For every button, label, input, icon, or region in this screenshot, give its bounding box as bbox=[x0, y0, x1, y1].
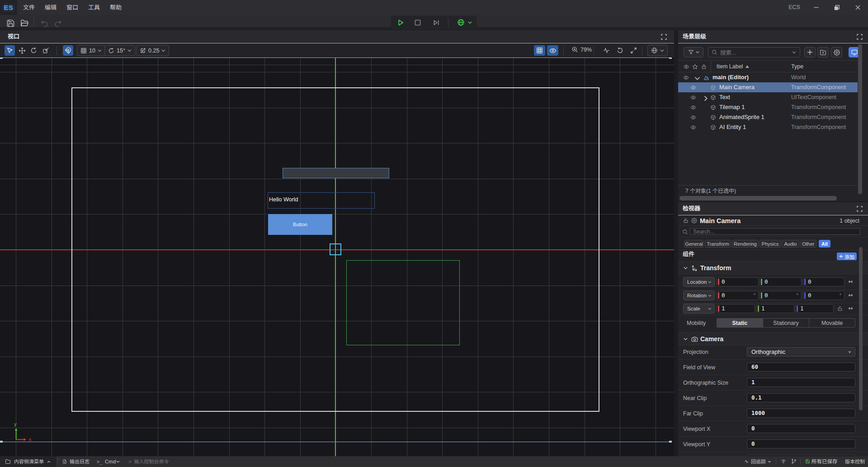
select-tool-button[interactable] bbox=[5, 45, 15, 56]
stop-button[interactable] bbox=[415, 19, 421, 26]
text-object[interactable]: Hello World bbox=[268, 192, 375, 209]
rotation-z-field[interactable]: 0° bbox=[803, 291, 844, 300]
tab-rendering[interactable]: Rendering bbox=[732, 240, 759, 248]
viewport-x-field[interactable]: 0 bbox=[747, 424, 855, 433]
rotation-x-field[interactable]: 0° bbox=[717, 291, 759, 300]
transform-tool-button[interactable] bbox=[41, 45, 51, 56]
sprite-object[interactable] bbox=[283, 168, 389, 178]
fov-field[interactable]: 60 bbox=[747, 362, 855, 372]
components-header-row: 组件 添加 bbox=[678, 248, 868, 260]
redo-button[interactable] bbox=[54, 19, 62, 27]
visibility-button[interactable] bbox=[547, 45, 558, 56]
hierarchy-row-tilemap[interactable]: Tilemap 1 TransformComponent bbox=[678, 102, 858, 112]
trace-button[interactable]: 回追踪 bbox=[751, 456, 766, 467]
rotate-snap-dropdown[interactable]: 15° bbox=[104, 45, 135, 56]
menu-edit[interactable]: 编辑 bbox=[40, 0, 61, 15]
ortho-size-field[interactable]: 1 bbox=[747, 378, 855, 387]
snap-toggle-button[interactable] bbox=[63, 45, 73, 56]
output-log-button[interactable]: 输出日志 bbox=[70, 456, 90, 467]
mobility-static[interactable]: Static bbox=[717, 319, 763, 327]
reset-view-button[interactable] bbox=[615, 45, 625, 56]
mobility-movable[interactable]: Movable bbox=[809, 319, 855, 327]
hierarchy-vscrollbar[interactable] bbox=[858, 44, 862, 194]
tab-other[interactable]: Other bbox=[800, 240, 816, 248]
selection-handle[interactable] bbox=[330, 243, 341, 255]
console-input[interactable]: >输入控制台命令 bbox=[128, 456, 169, 467]
column-item-label[interactable]: Item Label bbox=[717, 61, 749, 72]
stop-icon bbox=[415, 19, 421, 26]
scale-snap-dropdown[interactable]: 0.25 bbox=[136, 45, 169, 56]
show-grid-button[interactable] bbox=[534, 45, 545, 56]
scale-z-field[interactable]: 1 bbox=[795, 304, 834, 313]
launch-mode-dropdown[interactable] bbox=[457, 19, 472, 26]
rotation-y-field[interactable]: 0° bbox=[760, 291, 802, 300]
minimize-button[interactable] bbox=[809, 0, 823, 15]
button-object[interactable]: Button bbox=[268, 214, 332, 235]
near-clip-field[interactable]: 0.1 bbox=[747, 393, 855, 402]
location-z-field[interactable]: 0 bbox=[803, 277, 844, 286]
filter-button[interactable] bbox=[684, 47, 703, 57]
play-button[interactable] bbox=[396, 19, 405, 27]
zoom-control[interactable]: 79% bbox=[571, 46, 592, 53]
transform-section-header[interactable]: Transform bbox=[678, 261, 868, 274]
expand-viewport-icon[interactable] bbox=[661, 34, 667, 40]
location-x-field[interactable]: 0 bbox=[717, 277, 759, 286]
hierarchy-row-ai-entity[interactable]: AI Entity 1 TransformComponent bbox=[678, 122, 858, 132]
close-button[interactable] bbox=[851, 0, 864, 15]
far-clip-field[interactable]: 1000 bbox=[747, 409, 855, 418]
axis-y-accent bbox=[761, 279, 762, 285]
menu-tools[interactable]: 工具 bbox=[83, 0, 105, 15]
location-y-field[interactable]: 0 bbox=[760, 277, 802, 286]
projection-select[interactable]: Orthographic bbox=[747, 347, 855, 357]
undo-button[interactable] bbox=[40, 19, 48, 27]
tab-physics[interactable]: Physics bbox=[760, 240, 781, 248]
scale-x-field[interactable]: 1 bbox=[717, 304, 755, 313]
tab-audio[interactable]: Audio bbox=[782, 240, 799, 248]
version-control-button[interactable]: 版本控制 bbox=[845, 456, 865, 467]
rotate-tool-button[interactable] bbox=[28, 45, 39, 56]
add-component-button[interactable]: 添加 bbox=[837, 253, 857, 260]
step-button[interactable] bbox=[433, 19, 440, 26]
fullscreen-button[interactable] bbox=[628, 45, 639, 56]
tab-transform[interactable]: Transform bbox=[705, 240, 731, 248]
menu-file[interactable]: 文件 bbox=[18, 0, 40, 15]
hierarchy-row-animatedsprite[interactable]: AnimatedSprite 1 TransformComponent bbox=[678, 112, 858, 122]
add-entity-button[interactable] bbox=[804, 47, 816, 57]
hierarchy-row-main[interactable]: main (Editor) World bbox=[678, 72, 858, 82]
menu-window[interactable]: 窗口 bbox=[61, 0, 83, 15]
grid-snap-dropdown[interactable]: 10 bbox=[77, 45, 105, 56]
move-tool-button[interactable] bbox=[17, 45, 27, 56]
camera-bounds-handle[interactable] bbox=[0, 57, 3, 59]
inspector-search-input[interactable]: Search... bbox=[690, 228, 860, 235]
rotation-dropdown[interactable]: Rotation bbox=[683, 291, 715, 300]
mobility-stationary[interactable]: Stationary bbox=[763, 319, 809, 327]
tab-all[interactable]: All bbox=[819, 240, 830, 248]
hierarchy-search-input[interactable]: 搜索... bbox=[708, 47, 800, 57]
camera-bounds-handle[interactable] bbox=[669, 57, 672, 59]
stats-button[interactable] bbox=[601, 45, 612, 56]
camera-section-header[interactable]: Camera bbox=[678, 332, 868, 345]
hierarchy-settings-button[interactable] bbox=[831, 47, 842, 57]
expand-inspector-icon[interactable] bbox=[857, 206, 863, 212]
hierarchy-row-main-camera[interactable]: Main Camera TransformComponent bbox=[678, 82, 858, 92]
save-button[interactable] bbox=[6, 19, 14, 27]
rotate-icon bbox=[30, 47, 37, 54]
world-dropdown[interactable] bbox=[647, 45, 668, 56]
camera-bounds-handle[interactable] bbox=[669, 441, 672, 443]
maximize-button[interactable] bbox=[830, 0, 844, 15]
open-button[interactable] bbox=[20, 19, 28, 27]
expand-hierarchy-icon[interactable] bbox=[857, 34, 863, 40]
column-type[interactable]: Type bbox=[791, 61, 803, 72]
tab-general[interactable]: General bbox=[684, 240, 704, 248]
cmd-dropdown[interactable]: Cmd bbox=[105, 456, 116, 467]
location-dropdown[interactable]: Location bbox=[683, 277, 715, 287]
add-folder-button[interactable] bbox=[817, 47, 829, 57]
hierarchy-hscrollbar[interactable] bbox=[679, 196, 837, 200]
scale-dropdown[interactable]: Scale bbox=[683, 304, 715, 314]
hierarchy-row-text[interactable]: Text UITextComponent bbox=[678, 92, 858, 102]
scale-y-field[interactable]: 1 bbox=[756, 304, 794, 313]
scene-canvas[interactable]: Hello World Button y x bbox=[0, 57, 674, 456]
menu-help[interactable]: 帮助 bbox=[105, 0, 127, 15]
inspector-vscrollbar[interactable] bbox=[859, 247, 863, 410]
viewport-y-field[interactable]: 0 bbox=[747, 439, 855, 448]
